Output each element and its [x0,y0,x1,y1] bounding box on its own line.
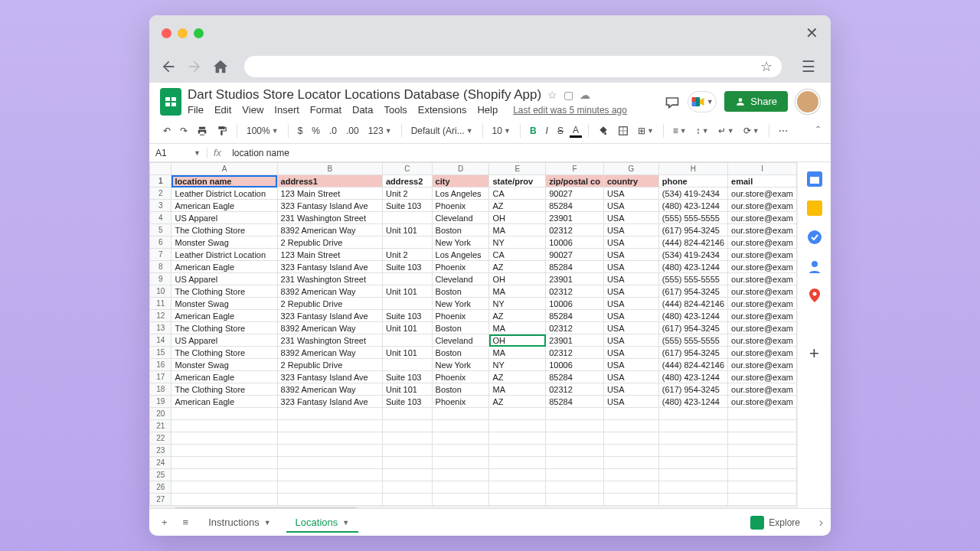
document-title[interactable]: Dart Studios Store Locator Locations Dat… [188,87,541,103]
cell[interactable] [546,420,604,432]
cell[interactable] [432,408,489,420]
cell[interactable] [728,445,797,457]
cell[interactable]: (480) 423-1244 [658,371,727,383]
cell[interactable]: Phoenix [432,261,489,273]
cell[interactable]: 123 Main Street [277,249,382,261]
row-header[interactable]: 3 [150,200,172,212]
row-header[interactable]: 1 [150,175,172,187]
cell[interactable]: our.store@exam [728,396,797,408]
window-max-dot[interactable] [194,28,204,38]
row-header[interactable]: 9 [150,273,172,285]
row-header[interactable]: 26 [150,481,172,494]
cell[interactable]: 8392 American Way [277,383,382,396]
cell[interactable] [277,457,382,469]
cell[interactable]: 85284 [546,396,604,408]
cell[interactable] [277,420,382,432]
cell[interactable] [277,494,382,506]
cell[interactable]: American Eagle [172,396,277,408]
decrease-decimal-icon[interactable]: .0 [326,124,340,138]
cell[interactable]: USA [603,298,658,310]
cell[interactable] [172,481,277,494]
cell[interactable]: Unit 101 [382,322,432,334]
col-header-F[interactable]: F [546,163,604,175]
cell[interactable] [277,408,382,420]
cell[interactable]: USA [603,261,658,273]
cell[interactable]: American Eagle [172,310,277,322]
calendar-icon[interactable] [807,171,822,187]
cloud-status-icon[interactable]: ☁ [580,89,590,101]
move-doc-icon[interactable]: ▢ [564,89,573,101]
cell[interactable]: 323 Fantasy Island Ave [277,371,382,383]
cell[interactable]: our.store@exam [728,334,797,347]
tab-instructions[interactable]: Instructions ▼ [199,512,279,533]
cell[interactable]: our.store@exam [728,187,797,200]
cell[interactable]: (617) 954-3245 [658,322,727,334]
cell[interactable] [603,420,658,432]
cell[interactable] [603,469,658,481]
cell[interactable]: USA [603,236,658,249]
cell[interactable] [658,469,727,481]
col-header-E[interactable]: E [489,163,546,175]
cell[interactable] [382,481,432,494]
cell[interactable] [658,457,727,469]
row-header[interactable]: 21 [150,420,172,432]
row-header[interactable]: 16 [150,359,172,371]
row-header[interactable]: 27 [150,494,172,506]
cell[interactable]: 2 Republic Drive [277,359,382,371]
cell[interactable] [382,445,432,457]
cell[interactable] [489,420,546,432]
menu-file[interactable]: File [188,104,204,116]
valign-icon[interactable]: ↕▼ [693,124,712,138]
row-header[interactable]: 20 [150,408,172,420]
cell[interactable]: USA [603,396,658,408]
cell[interactable]: Unit 101 [382,224,432,236]
cell[interactable] [658,445,727,457]
row-header[interactable]: 6 [150,236,172,249]
cell[interactable]: our.store@exam [728,298,797,310]
cell[interactable] [489,457,546,469]
cell[interactable]: 2 Republic Drive [277,298,382,310]
cell[interactable] [658,432,727,445]
paint-format-icon[interactable] [214,124,230,138]
cell[interactable]: Boston [432,322,489,334]
back-icon[interactable] [158,57,178,77]
cell[interactable]: 8392 American Way [277,322,382,334]
cell[interactable] [382,494,432,506]
cell[interactable]: Unit 101 [382,383,432,396]
cell[interactable] [603,408,658,420]
cell[interactable]: USA [603,334,658,347]
cell[interactable]: AZ [489,200,546,212]
cell[interactable]: Monster Swag [172,298,277,310]
tasks-icon[interactable] [807,230,822,245]
col-header-H[interactable]: H [658,163,727,175]
cell[interactable]: MA [489,347,546,359]
browser-menu-icon[interactable]: ☰ [795,57,822,76]
zoom-select[interactable]: 100% ▼ [243,124,282,138]
cell[interactable]: Suite 103 [382,261,432,273]
cell[interactable]: our.store@exam [728,224,797,236]
cell[interactable]: NY [489,298,546,310]
strike-icon[interactable]: S [554,124,567,138]
cell[interactable]: Los Angeles [432,187,489,200]
cell[interactable] [658,420,727,432]
cell[interactable]: Leather District Location [172,249,277,261]
cell[interactable]: (444) 824-42146 [658,298,727,310]
cell[interactable] [489,408,546,420]
cell[interactable]: (555) 555-5555 [658,273,727,285]
cell[interactable]: (617) 954-3245 [658,347,727,359]
cell[interactable] [489,469,546,481]
number-format[interactable]: 123▼ [365,124,395,138]
cell[interactable] [728,420,797,432]
cell[interactable]: 85284 [546,310,604,322]
last-edit-text[interactable]: Last edit was 5 minutes ago [513,105,627,116]
cell[interactable] [603,432,658,445]
cell[interactable]: Boston [432,383,489,396]
col-header-I[interactable]: I [728,163,797,175]
row-header[interactable]: 8 [150,261,172,273]
cell[interactable] [658,408,727,420]
cell[interactable]: USA [603,383,658,396]
cell[interactable] [382,273,432,285]
cell[interactable]: American Eagle [172,371,277,383]
cell[interactable] [432,432,489,445]
cell[interactable]: 90027 [546,187,604,200]
